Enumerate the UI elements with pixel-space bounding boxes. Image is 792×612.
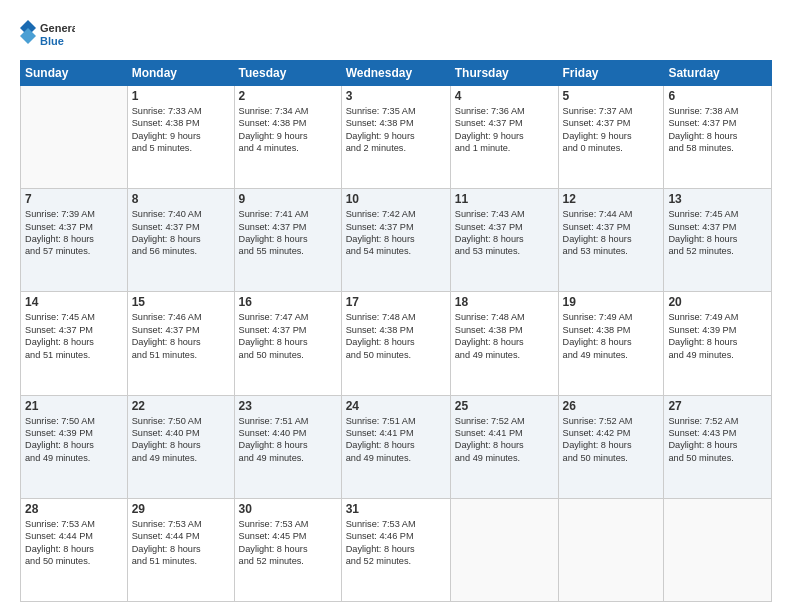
cell-text: Sunrise: 7:51 AM: [346, 415, 446, 427]
calendar-cell: 31Sunrise: 7:53 AMSunset: 4:46 PMDayligh…: [341, 498, 450, 601]
cell-text: Sunrise: 7:52 AM: [563, 415, 660, 427]
cell-text: and 55 minutes.: [239, 245, 337, 257]
cell-text: Sunset: 4:38 PM: [563, 324, 660, 336]
cell-text: Sunrise: 7:36 AM: [455, 105, 554, 117]
calendar-cell: 2Sunrise: 7:34 AMSunset: 4:38 PMDaylight…: [234, 86, 341, 189]
calendar-table: SundayMondayTuesdayWednesdayThursdayFrid…: [20, 60, 772, 602]
cell-text: Sunset: 4:40 PM: [132, 427, 230, 439]
day-header-saturday: Saturday: [664, 61, 772, 86]
cell-text: Sunrise: 7:49 AM: [563, 311, 660, 323]
cell-text: and 50 minutes.: [25, 555, 123, 567]
cell-text: and 49 minutes.: [346, 452, 446, 464]
cell-text: and 2 minutes.: [346, 142, 446, 154]
day-number: 17: [346, 295, 446, 309]
cell-text: Sunrise: 7:53 AM: [132, 518, 230, 530]
cell-text: Sunset: 4:37 PM: [563, 117, 660, 129]
logo-svg: General Blue: [20, 18, 75, 50]
calendar-cell: 19Sunrise: 7:49 AMSunset: 4:38 PMDayligh…: [558, 292, 664, 395]
cell-text: and 53 minutes.: [563, 245, 660, 257]
cell-text: Sunset: 4:41 PM: [455, 427, 554, 439]
day-number: 3: [346, 89, 446, 103]
cell-text: Sunset: 4:46 PM: [346, 530, 446, 542]
calendar-header-row: SundayMondayTuesdayWednesdayThursdayFrid…: [21, 61, 772, 86]
cell-text: and 51 minutes.: [25, 349, 123, 361]
calendar-cell: 12Sunrise: 7:44 AMSunset: 4:37 PMDayligh…: [558, 189, 664, 292]
cell-text: Sunrise: 7:49 AM: [668, 311, 767, 323]
cell-text: Sunrise: 7:41 AM: [239, 208, 337, 220]
calendar-cell: 17Sunrise: 7:48 AMSunset: 4:38 PMDayligh…: [341, 292, 450, 395]
day-number: 27: [668, 399, 767, 413]
day-number: 19: [563, 295, 660, 309]
cell-text: Daylight: 8 hours: [455, 439, 554, 451]
day-number: 30: [239, 502, 337, 516]
day-header-thursday: Thursday: [450, 61, 558, 86]
day-header-wednesday: Wednesday: [341, 61, 450, 86]
cell-text: and 50 minutes.: [563, 452, 660, 464]
cell-text: Sunset: 4:37 PM: [668, 117, 767, 129]
calendar-page: General Blue SundayMondayTuesdayWednesda…: [0, 0, 792, 612]
calendar-cell: 16Sunrise: 7:47 AMSunset: 4:37 PMDayligh…: [234, 292, 341, 395]
cell-text: and 52 minutes.: [239, 555, 337, 567]
cell-text: and 49 minutes.: [239, 452, 337, 464]
cell-text: and 49 minutes.: [455, 452, 554, 464]
calendar-cell: 3Sunrise: 7:35 AMSunset: 4:38 PMDaylight…: [341, 86, 450, 189]
calendar-cell: [450, 498, 558, 601]
cell-text: and 57 minutes.: [25, 245, 123, 257]
day-number: 20: [668, 295, 767, 309]
cell-text: and 52 minutes.: [668, 245, 767, 257]
cell-text: Sunrise: 7:50 AM: [25, 415, 123, 427]
cell-text: Sunrise: 7:34 AM: [239, 105, 337, 117]
cell-text: Daylight: 9 hours: [455, 130, 554, 142]
cell-text: Daylight: 8 hours: [132, 233, 230, 245]
day-number: 15: [132, 295, 230, 309]
cell-text: Daylight: 8 hours: [346, 439, 446, 451]
cell-text: Daylight: 8 hours: [132, 543, 230, 555]
calendar-cell: [664, 498, 772, 601]
day-number: 26: [563, 399, 660, 413]
cell-text: Daylight: 8 hours: [668, 130, 767, 142]
day-number: 1: [132, 89, 230, 103]
cell-text: Daylight: 9 hours: [563, 130, 660, 142]
cell-text: Sunset: 4:37 PM: [455, 221, 554, 233]
cell-text: Sunset: 4:37 PM: [563, 221, 660, 233]
day-number: 25: [455, 399, 554, 413]
day-number: 8: [132, 192, 230, 206]
cell-text: and 4 minutes.: [239, 142, 337, 154]
cell-text: Sunrise: 7:33 AM: [132, 105, 230, 117]
cell-text: and 51 minutes.: [132, 555, 230, 567]
cell-text: Daylight: 8 hours: [455, 336, 554, 348]
calendar-cell: 7Sunrise: 7:39 AMSunset: 4:37 PMDaylight…: [21, 189, 128, 292]
day-number: 23: [239, 399, 337, 413]
cell-text: Sunset: 4:37 PM: [239, 324, 337, 336]
cell-text: Daylight: 8 hours: [132, 439, 230, 451]
calendar-cell: 27Sunrise: 7:52 AMSunset: 4:43 PMDayligh…: [664, 395, 772, 498]
cell-text: Sunset: 4:39 PM: [25, 427, 123, 439]
day-number: 13: [668, 192, 767, 206]
cell-text: Sunrise: 7:48 AM: [346, 311, 446, 323]
cell-text: Sunset: 4:39 PM: [668, 324, 767, 336]
cell-text: Daylight: 8 hours: [239, 233, 337, 245]
cell-text: Sunrise: 7:40 AM: [132, 208, 230, 220]
calendar-cell: 15Sunrise: 7:46 AMSunset: 4:37 PMDayligh…: [127, 292, 234, 395]
cell-text: Sunrise: 7:35 AM: [346, 105, 446, 117]
day-number: 18: [455, 295, 554, 309]
cell-text: and 53 minutes.: [455, 245, 554, 257]
cell-text: and 56 minutes.: [132, 245, 230, 257]
day-number: 29: [132, 502, 230, 516]
cell-text: Sunset: 4:38 PM: [132, 117, 230, 129]
calendar-cell: 25Sunrise: 7:52 AMSunset: 4:41 PMDayligh…: [450, 395, 558, 498]
day-number: 31: [346, 502, 446, 516]
cell-text: Sunrise: 7:52 AM: [668, 415, 767, 427]
day-number: 4: [455, 89, 554, 103]
day-number: 22: [132, 399, 230, 413]
day-header-friday: Friday: [558, 61, 664, 86]
cell-text: Sunset: 4:41 PM: [346, 427, 446, 439]
cell-text: Sunset: 4:37 PM: [455, 117, 554, 129]
calendar-cell: 9Sunrise: 7:41 AMSunset: 4:37 PMDaylight…: [234, 189, 341, 292]
calendar-cell: 26Sunrise: 7:52 AMSunset: 4:42 PMDayligh…: [558, 395, 664, 498]
cell-text: and 49 minutes.: [563, 349, 660, 361]
cell-text: Daylight: 8 hours: [346, 336, 446, 348]
day-number: 11: [455, 192, 554, 206]
cell-text: and 58 minutes.: [668, 142, 767, 154]
cell-text: Sunrise: 7:45 AM: [668, 208, 767, 220]
